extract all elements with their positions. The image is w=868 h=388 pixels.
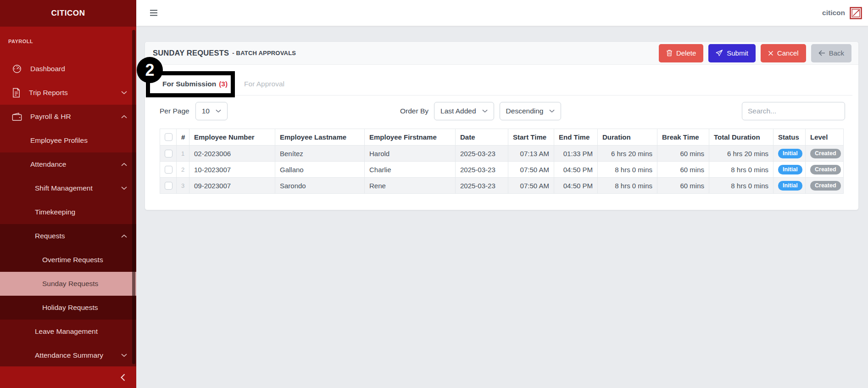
sidebar-item-label: Dashboard xyxy=(30,65,65,73)
collapse-chevron-left-icon[interactable] xyxy=(121,374,125,381)
duration-cell: 8 hrs 0 mins xyxy=(598,178,657,194)
order-by-value: Last Added xyxy=(440,107,476,115)
submit-button[interactable]: Submit xyxy=(708,44,756,62)
sidebar: CITICON PAYROLL Dashboard Trip Reports xyxy=(0,0,136,388)
sidebar-item-holiday-requests[interactable]: Holiday Requests xyxy=(0,296,136,320)
table-row[interactable]: 3 09-2023007 Sarondo Rene 2025-03-23 07:… xyxy=(160,178,844,194)
batch-approvals-card: SUNDAY REQUESTS - BATCH APPROVALS Delete… xyxy=(145,41,859,210)
row-checkbox[interactable] xyxy=(165,166,172,174)
table-header-row: # Employee Number Employee Lastname Empl… xyxy=(160,129,844,146)
sidebar-item-label: Holiday Requests xyxy=(42,304,98,312)
start-time-cell: 07:50 AM xyxy=(508,162,554,178)
sort-direction-value: Descending xyxy=(506,107,544,115)
level-badge: Created xyxy=(810,181,841,191)
tab-for-approval[interactable]: For Approval xyxy=(236,73,293,95)
sidebar-item-shift-management[interactable]: Shift Management xyxy=(0,176,136,200)
col-status: Status xyxy=(773,129,806,146)
employee-number-cell: 10-2023007 xyxy=(189,162,275,178)
chevron-down-icon xyxy=(482,109,488,113)
col-date: Date xyxy=(456,129,508,146)
table-row[interactable]: 1 02-2023006 Benítez Harold 2025-03-23 0… xyxy=(160,146,844,162)
total-duration-cell: 8 hrs 0 mins xyxy=(709,178,773,194)
per-page-label: Per Page xyxy=(160,107,189,115)
page-title: SUNDAY REQUESTS xyxy=(153,49,229,57)
col-employee-number: Employee Number xyxy=(189,129,275,146)
chevron-down-icon xyxy=(121,354,127,357)
row-select-cell xyxy=(160,146,177,162)
lastname-cell: Benítez xyxy=(275,146,365,162)
firstname-cell: Harold xyxy=(365,146,456,162)
select-all-checkbox[interactable] xyxy=(165,133,172,141)
sort-direction-select[interactable]: Descending xyxy=(500,102,562,120)
status-cell: Initial xyxy=(773,178,806,194)
chevron-down-icon xyxy=(216,109,221,113)
cancel-button[interactable]: Cancel xyxy=(761,44,806,62)
row-number: 2 xyxy=(177,162,189,178)
row-checkbox[interactable] xyxy=(165,150,172,157)
sidebar-item-trip-reports[interactable]: Trip Reports xyxy=(0,81,136,105)
order-by-control: Order By Last Added Descending xyxy=(400,102,561,120)
firstname-cell: Rene xyxy=(365,178,456,194)
sidebar-item-attendance[interactable]: Attendance xyxy=(0,152,136,176)
break-time-cell: 60 mins xyxy=(657,162,709,178)
col-start-time: Start Time xyxy=(508,129,554,146)
row-checkbox[interactable] xyxy=(165,182,172,190)
company-logo-icon xyxy=(850,7,862,19)
date-cell: 2025-03-23 xyxy=(456,146,508,162)
topbar: citicon xyxy=(136,0,868,26)
sidebar-item-timekeeping[interactable]: Timekeeping xyxy=(0,200,136,224)
chevron-down-icon xyxy=(121,186,127,190)
date-cell: 2025-03-23 xyxy=(456,178,508,194)
row-number: 1 xyxy=(177,146,189,162)
requests-table: # Employee Number Employee Lastname Empl… xyxy=(160,129,844,194)
status-badge: Initial xyxy=(778,165,802,174)
delete-button[interactable]: Delete xyxy=(659,44,703,62)
chevron-up-icon xyxy=(121,234,127,238)
per-page-value: 10 xyxy=(202,107,210,115)
main-area: citicon SUNDAY REQUESTS - BATCH APPROVAL… xyxy=(136,0,868,388)
per-page-select[interactable]: 10 xyxy=(195,102,228,120)
end-time-cell: 04:50 PM xyxy=(554,178,598,194)
sidebar-item-label: Leave Management xyxy=(35,327,98,336)
sidebar-item-payroll-hr[interactable]: Payroll & HR xyxy=(0,105,136,129)
sidebar-item-employee-profiles[interactable]: Employee Profiles xyxy=(0,129,136,152)
list-controls: Per Page 10 Order By Last Added xyxy=(145,102,858,120)
end-time-cell: 04:50 PM xyxy=(554,162,598,178)
col-end-time: End Time xyxy=(554,129,598,146)
chevron-down-icon xyxy=(121,91,127,95)
sidebar-item-sunday-requests[interactable]: Sunday Requests xyxy=(0,272,136,296)
sidebar-item-overtime-requests[interactable]: Overtime Requests xyxy=(0,248,136,272)
per-page-control: Per Page 10 xyxy=(160,102,228,120)
tab-for-submission[interactable]: For Submission (3) xyxy=(154,73,236,95)
sidebar-item-requests[interactable]: Requests xyxy=(0,224,136,248)
delete-button-label: Delete xyxy=(676,49,696,57)
requests-table-wrap: # Employee Number Employee Lastname Empl… xyxy=(160,129,844,194)
hamburger-menu-icon[interactable] xyxy=(150,10,158,16)
sidebar-section-label: PAYROLL xyxy=(8,39,136,48)
gauge-icon xyxy=(12,64,22,74)
break-time-cell: 60 mins xyxy=(657,146,709,162)
brand-text: citicon xyxy=(822,9,845,17)
col-employee-lastname: Employee Lastname xyxy=(275,129,365,146)
sidebar-item-label: Overtime Requests xyxy=(42,256,103,264)
search-box xyxy=(742,102,845,120)
sidebar-item-dashboard[interactable]: Dashboard xyxy=(0,57,136,81)
end-time-cell: 01:33 PM xyxy=(554,146,598,162)
status-cell: Initial xyxy=(773,162,806,178)
sidebar-scrollbar[interactable] xyxy=(132,30,135,364)
firstname-cell: Charlie xyxy=(365,162,456,178)
order-by-select[interactable]: Last Added xyxy=(434,102,494,120)
back-button[interactable]: Back xyxy=(811,44,851,62)
sidebar-item-leave-management[interactable]: Leave Management xyxy=(0,320,136,343)
chevron-down-icon xyxy=(549,109,555,113)
wallet-icon xyxy=(12,112,22,121)
cancel-button-label: Cancel xyxy=(777,49,799,57)
search-input[interactable] xyxy=(742,102,845,120)
sidebar-item-attendance-summary[interactable]: Attendance Summary xyxy=(0,343,136,367)
status-badge: Initial xyxy=(778,181,802,191)
table-row[interactable]: 2 10-2023007 Gallano Charlie 2025-03-23 … xyxy=(160,162,844,178)
trash-icon xyxy=(666,50,673,56)
start-time-cell: 07:13 AM xyxy=(508,146,554,162)
start-time-cell: 07:50 AM xyxy=(508,178,554,194)
send-icon xyxy=(716,50,723,56)
